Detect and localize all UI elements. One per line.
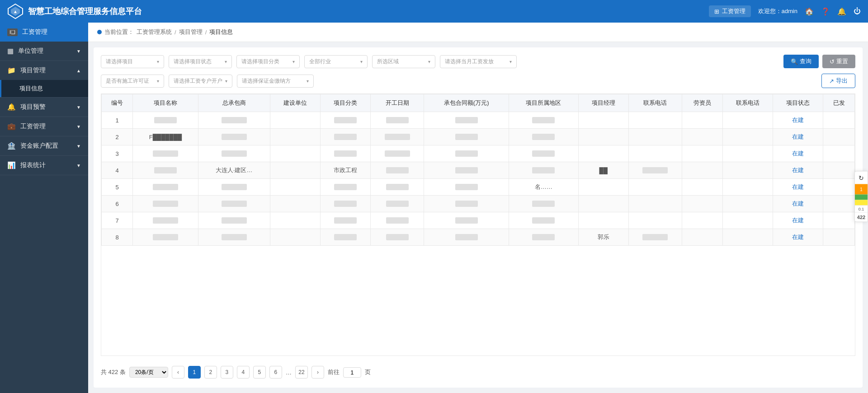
cell-blurred: ████ [424,112,509,129]
cell-blurred: ████ [321,212,371,229]
cell-blurred: ████ ██ [371,212,424,229]
page-btn-last[interactable]: 22 [295,366,308,379]
cell-empty [628,212,682,229]
section-project-warning: 🔔 项目预警 ▼ [0,98,88,117]
page-btn-1[interactable]: 1 [188,366,201,379]
col-manager: 项目经理 [578,94,628,112]
sidebar-sub-project-info[interactable]: 项目信息 [0,80,88,97]
cell-status: 在建 [773,212,823,229]
table-header-row: 编号 项目名称 总承包商 建设单位 项目分类 开工日期 承包合同额(万元) 项目… [102,94,855,112]
float-refresh-btn[interactable]: ↻ [855,172,868,184]
next-page-btn[interactable]: › [311,366,324,379]
cell-issued [823,162,855,179]
grid-icon: ▦ [7,47,14,55]
module-menu-btn[interactable]: ⊞ 工资管理 [709,5,751,17]
sidebar-item-project-mgmt[interactable]: 📁 项目管理 ▲ [0,61,88,80]
reset-button[interactable]: ↺ 重置 [822,55,855,68]
cell-issued [823,129,855,145]
cell-worker [682,129,722,145]
page-ellipsis: … [286,369,292,376]
filter-project[interactable]: 请选择项目 ▾ [101,55,164,68]
help-icon[interactable]: ❓ [821,7,830,16]
filter-category[interactable]: 请选择项目分类 ▾ [236,55,300,68]
float-status-orange[interactable]: 1 [855,184,868,195]
cell-id: 1 [102,112,133,129]
filter-region[interactable]: 所选区域 ▾ [372,55,435,68]
page-btn-4[interactable]: 4 [237,366,250,379]
chevron-icon: ▾ [428,59,430,64]
export-button[interactable]: ↗ 导出 [821,74,855,88]
cell-empty [722,129,773,145]
cell-blurred: ████ ██ [371,196,424,212]
cell-blurred: ████ [424,162,509,179]
col-owner: 建设单位 [270,94,320,112]
section-report-stats: 📊 报表统计 ▼ [0,156,88,175]
notification-icon[interactable]: 🔔 [837,7,846,16]
page-btn-6[interactable]: 6 [269,366,282,379]
filter-status[interactable]: 请选择项目状态 ▾ [169,55,232,68]
cell-id: 4 [102,162,133,179]
sidebar-item-salary-mgmt[interactable]: I❑ 工资管理 [0,23,88,42]
cell-blurred: ███████ [321,145,371,162]
sidebar-item-wage-mgmt[interactable]: 💼 工资管理 ▼ [0,117,88,136]
col-status: 项目状态 [773,94,823,112]
cell-blurred: ████ [371,162,424,179]
filter-account-label: 请选择工资专户开户 [174,77,222,85]
cell-status: 在建 [773,229,823,246]
total-count: 共 422 条 [101,368,126,376]
filter-actions: 🔍 查询 ↺ 重置 [783,55,855,68]
chevron-down-icon: ▼ [76,163,81,168]
query-button[interactable]: 🔍 查询 [783,55,819,68]
cell-blurred: ████ [509,162,578,179]
page-btn-2[interactable]: 2 [204,366,217,379]
page-content: 请选择项目 ▾ 请选择项目状态 ▾ 请选择项目分类 ▾ 全部行业 ▾ 所选区域 [94,47,863,388]
filter-deposit[interactable]: 请选择保证金缴纳方 ▾ [237,75,314,88]
goto-page-input[interactable] [343,367,361,378]
cell-blurred: ████ [424,129,509,145]
filter-license[interactable]: 是否有施工许可证 ▾ [101,75,164,88]
cell-empty [722,196,773,212]
page-size-select[interactable]: 20条/页 50条/页 100条/页 [129,367,168,378]
page-btn-3[interactable]: 3 [221,366,233,379]
breadcrumb-prefix: 当前位置： [104,28,134,36]
cell-blurred: ████████ [628,162,682,179]
cell-id: 3 [102,145,133,162]
prev-page-btn[interactable]: ‹ [172,366,184,379]
float-status-yellow[interactable] [855,200,868,206]
cell-issued [823,112,855,129]
cell-worker [682,112,722,129]
filter-industry[interactable]: 全部行业 ▾ [304,55,368,68]
chevron-icon: ▾ [157,79,159,84]
cell-blurred: ██… [509,196,578,212]
float-count: 422 [855,212,868,222]
sidebar-item-account-config[interactable]: 🏦 资金账户配置 ▼ [0,136,88,155]
filter-salary-month[interactable]: 请选择当月工资发放 ▾ [440,55,517,68]
cell-blurred: ████████ [198,145,270,162]
cell-blurred: ████████ [198,212,270,229]
filter-deposit-label: 请选择保证金缴纳方 [242,77,291,85]
sidebar-item-report-stats[interactable]: 📊 报表统计 ▼ [0,156,88,175]
filter-account[interactable]: 请选择工资专户开户 ▾ [169,75,232,88]
cell-blurred: ████ [509,129,578,145]
table-row: 6 ████████ ████████ ████ ████ ██ ████ ██… [102,196,855,212]
search-icon: 🔍 [791,58,798,65]
cell-blurred: ████████ [198,196,270,212]
sidebar-item-unit-mgmt[interactable]: ▦ 单位管理 ▼ [0,42,88,61]
bell-icon: 🔔 [7,103,16,111]
cell-blurred: ████████ [133,229,198,246]
home-icon[interactable]: 🏠 [805,7,814,16]
power-icon[interactable]: ⏻ [854,7,861,15]
col-category: 项目分类 [321,94,371,112]
sidebar: I❑ 工资管理 ▦ 单位管理 ▼ 📁 项目管理 ▲ 项目信息 � [0,23,88,393]
cell-empty [722,162,773,179]
cell-blurred: ███ ████ [371,145,424,162]
float-status-green[interactable] [855,195,868,200]
chevron-icon: ▾ [307,79,309,84]
col-issued: 已发 [823,94,855,112]
reset-label: 重置 [836,57,848,66]
cell-issued [823,196,855,212]
data-table-container: 编号 项目名称 总承包商 建设单位 项目分类 开工日期 承包合同额(万元) 项目… [101,94,855,356]
sidebar-item-project-warning[interactable]: 🔔 项目预警 ▼ [0,98,88,117]
page-btn-5[interactable]: 5 [253,366,266,379]
cell-blurred: ████ [424,196,509,212]
